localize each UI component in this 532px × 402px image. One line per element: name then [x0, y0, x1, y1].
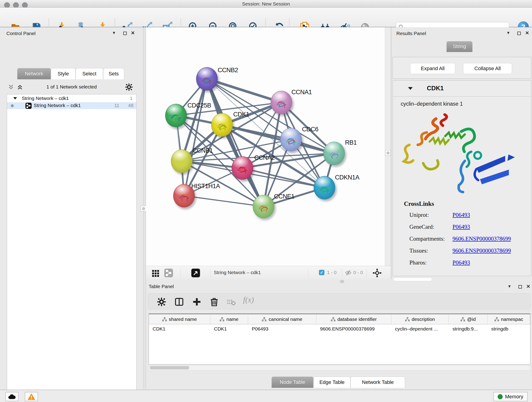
grid-view-icon[interactable] [152, 269, 159, 277]
birds-eye-view-icon[interactable] [191, 269, 200, 277]
cdk1-section-box: CDK1 cyclin–dependent kinase 1 [393, 80, 531, 276]
network-collection-row[interactable]: String Network – cdk1 1 [7, 95, 136, 102]
function-builder-icon[interactable]: f(x) [243, 295, 254, 304]
network-results-splitter[interactable] [385, 27, 391, 266]
crosslink-link[interactable]: P06493 [452, 224, 470, 230]
table-row[interactable]: CDK1CDK1P064939606.ENSP00000378699cyclin… [149, 324, 530, 333]
node-structure-image [200, 73, 214, 87]
node-CCNA1[interactable] [271, 91, 292, 114]
table-cell[interactable]: stringdb:9... [449, 324, 488, 333]
edge-CCNB2-CCNA1[interactable] [207, 79, 281, 102]
table-cell[interactable]: CDK1 [210, 324, 248, 333]
toolbar-separator [210, 268, 211, 278]
cloud-status-button[interactable] [5, 392, 19, 401]
tab-network[interactable]: Network [17, 68, 51, 79]
column-header-database-identifier[interactable]: database identifier [317, 314, 391, 324]
section-collapse-icon[interactable] [408, 87, 413, 90]
crosslink-link[interactable]: P06493 [452, 259, 470, 266]
node-label-CDK1: CDK1 [233, 111, 249, 118]
table-cell[interactable]: 9606.ENSP00000378699 [317, 324, 391, 333]
table-cell[interactable]: P06493 [248, 324, 317, 333]
node-CDC25B[interactable] [165, 104, 187, 127]
delete-column-icon[interactable] [209, 297, 219, 307]
node-RB1[interactable] [323, 142, 345, 165]
table-splitter-handle[interactable] [340, 280, 344, 283]
network-label: String Network – cdk1 [34, 103, 81, 108]
panel-float-icon[interactable] [123, 32, 127, 35]
column-header-description[interactable]: description [391, 314, 449, 324]
node-structure-image [317, 182, 332, 196]
show-columns-icon[interactable] [174, 297, 184, 307]
crosslink-link[interactable]: 9606.ENSP00000378699 [452, 248, 511, 254]
column-header-name[interactable]: name [210, 314, 248, 324]
tab-select[interactable]: Select [76, 68, 103, 79]
protein-structure-image [396, 110, 519, 200]
crosslink-link[interactable]: 9606.ENSP00000378699 [452, 236, 511, 242]
toolbar-separator [342, 268, 342, 278]
tab-network-table[interactable]: Network Table [351, 376, 405, 388]
delete-table-icon[interactable] [226, 297, 236, 307]
node-CDC6[interactable] [280, 128, 302, 151]
network-row-selected[interactable]: String Network – cdk1 11 48 [7, 102, 136, 109]
table-settings-gear-icon[interactable] [157, 297, 166, 307]
column-header-namespac[interactable]: namespac [488, 314, 530, 324]
tab-sets[interactable]: Sets [103, 68, 124, 79]
node-CCNA2[interactable] [232, 156, 253, 180]
column-header-canonical-name[interactable]: canonical name [248, 314, 317, 324]
memory-button[interactable]: Memory [493, 392, 528, 401]
memory-status-dot-icon [498, 394, 503, 399]
horizontal-splitter[interactable] [146, 279, 532, 284]
pan-move-icon[interactable] [372, 268, 382, 278]
node-structure-image [215, 119, 229, 133]
node-CCNB1[interactable] [171, 149, 192, 173]
table-cell[interactable]: CDK1 [149, 324, 210, 333]
collection-expander-icon[interactable] [13, 97, 17, 100]
right-splitter-handle[interactable] [385, 150, 391, 156]
options-gear-icon[interactable] [125, 83, 133, 91]
table-hscrollbar[interactable] [149, 365, 530, 370]
crosslink-link[interactable]: P06493 [452, 212, 470, 218]
panel-close-icon[interactable]: ✕ [526, 284, 530, 289]
node-CCNE1[interactable] [253, 195, 274, 218]
network-overview-icon[interactable] [164, 269, 173, 277]
edge-HIST1H1A-CCNE1[interactable] [184, 196, 264, 206]
tab-string[interactable]: String [447, 41, 472, 52]
selected-count-checkbox-icon[interactable]: ✓ [319, 270, 324, 275]
node-label-CCNB1: CCNB1 [192, 147, 213, 154]
table-cell[interactable]: stringdb [488, 324, 530, 333]
scrollbar-thumb[interactable] [150, 366, 189, 370]
add-column-icon[interactable] [192, 297, 202, 307]
column-header--id[interactable]: @id [449, 314, 488, 324]
panel-float-icon[interactable] [519, 285, 522, 288]
collection-count: 1 [130, 96, 133, 101]
network-view-canvas[interactable]: CCNB2CCNA1CDC25BCDK1CDC6RB1CCNB1CCNA2CDK… [146, 27, 385, 266]
cloud-icon [8, 394, 16, 400]
panel-menu-icon[interactable]: ▼ [112, 31, 116, 35]
node-CDK1[interactable] [211, 113, 233, 137]
collapse-all-button[interactable]: Collapse All [463, 63, 512, 74]
tab-style[interactable]: Style [51, 68, 76, 79]
panel-close-icon[interactable]: ✕ [525, 30, 529, 36]
panel-close-icon[interactable]: ✕ [131, 30, 135, 36]
tab-edge-table[interactable]: Edge Table [313, 376, 351, 388]
column-header-label: description [412, 317, 435, 322]
crosslink-label: Pharos: [409, 259, 427, 266]
results-hscrollbar[interactable] [393, 278, 432, 281]
warning-icon [28, 394, 35, 400]
expand-all-button[interactable]: Expand All [410, 63, 455, 74]
node-structure-image [169, 110, 183, 124]
cdk1-section-header[interactable]: CDK1 [393, 81, 531, 97]
node-CDKN1A[interactable] [314, 176, 335, 199]
crosslink-label: GeneCard: [409, 224, 434, 230]
node-structure-image [256, 201, 271, 215]
tab-node-table[interactable]: Node Table [272, 376, 313, 388]
node-CCNB2[interactable] [196, 67, 218, 90]
left-splitter-handle[interactable] [141, 206, 146, 211]
network-view-title: String Network – cdk1 [214, 270, 261, 275]
panel-menu-icon[interactable]: ▼ [507, 284, 511, 289]
panel-float-icon[interactable] [517, 32, 521, 35]
column-header-shared-name[interactable]: shared name [149, 314, 210, 324]
warning-status-button[interactable] [25, 392, 38, 401]
panel-menu-icon[interactable]: ▼ [506, 31, 510, 35]
table-cell[interactable]: cyclin–dependent ... [391, 324, 449, 333]
